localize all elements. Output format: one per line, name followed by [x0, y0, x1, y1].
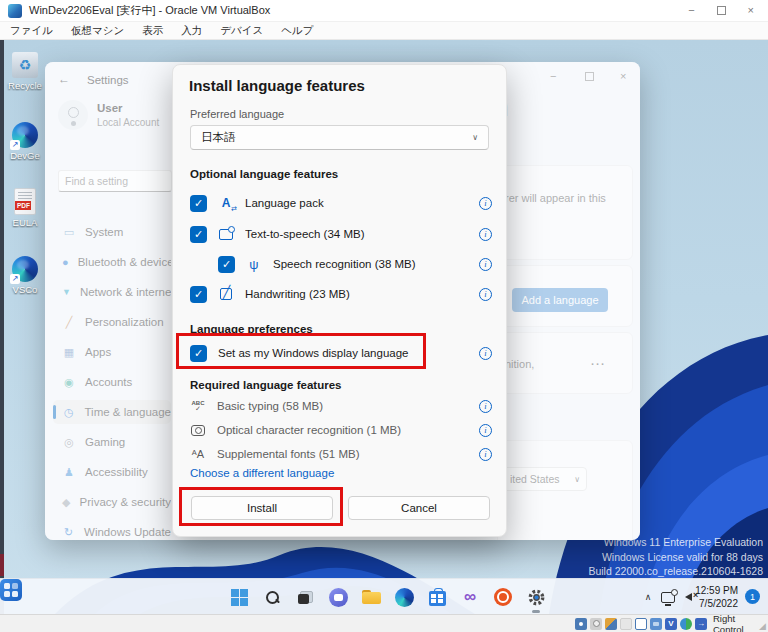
feature-row-basic-typing: Basic typing (58 MB) [190, 394, 492, 418]
menu-help[interactable]: ヘルプ [281, 24, 313, 38]
edge-button[interactable] [394, 587, 414, 607]
clock[interactable]: 12:59 PM 7/5/2022 [695, 584, 738, 610]
audio-status-icon[interactable] [605, 618, 617, 630]
features-status-icon[interactable] [665, 618, 677, 630]
feature-label: Handwriting (23 MB) [245, 288, 468, 300]
optional-features-header: Optional language features [190, 168, 338, 180]
hard-disk-status-icon[interactable] [575, 618, 587, 630]
menu-view[interactable]: 表示 [142, 24, 163, 38]
ocr-icon [191, 425, 205, 436]
annotation-highlight-display-language [176, 333, 426, 369]
choose-different-language-link[interactable]: Choose a different language [190, 467, 334, 479]
pdf-document-icon: PDF [14, 188, 36, 215]
preferred-language-label: Preferred language [190, 108, 284, 120]
info-icon[interactable] [479, 347, 492, 360]
preferred-language-value: 日本語 [201, 130, 236, 145]
settings-taskbar-button[interactable] [526, 587, 546, 607]
mouse-integration-status-icon[interactable] [695, 618, 707, 630]
file-explorer-button[interactable] [361, 587, 381, 607]
resize-grip[interactable]: ◢ [759, 621, 766, 631]
info-icon[interactable] [479, 448, 492, 461]
preferred-language-dropdown[interactable]: 日本語 ∨ [190, 125, 489, 150]
desktop-icon-vscode[interactable]: ↗ VSCo [2, 256, 48, 295]
feature-row-language-pack: Language pack [190, 191, 492, 215]
checkbox[interactable] [190, 226, 207, 243]
microphone-icon [246, 256, 262, 272]
chat-button[interactable] [328, 587, 348, 607]
feature-label: Optical character recognition (1 MB) [217, 424, 468, 436]
desktop-icon-eula[interactable]: PDF EULA [2, 188, 48, 228]
recycle-bin-icon [12, 52, 38, 78]
minimize-button[interactable]: − [688, 5, 694, 16]
vm-display: Windows 11 Enterprise Evaluation Windows… [0, 40, 768, 614]
supplemental-fonts-icon [190, 446, 206, 462]
edge-icon [395, 588, 414, 607]
windows-evaluation-watermark: Windows 11 Enterprise Evaluation Windows… [588, 535, 763, 579]
info-icon[interactable] [479, 288, 492, 301]
tray-network-button[interactable] [658, 587, 678, 607]
desktop-icon-label: Recycle [2, 80, 48, 91]
checkbox[interactable] [190, 286, 207, 303]
widgets-button[interactable] [0, 579, 22, 601]
clock-time: 12:59 PM [695, 584, 738, 597]
ubuntu-button[interactable] [493, 587, 513, 607]
info-icon[interactable] [479, 424, 492, 437]
cancel-button[interactable]: Cancel [348, 496, 490, 520]
menu-input[interactable]: 入力 [181, 24, 202, 38]
store-button[interactable] [427, 587, 447, 607]
microsoft-store-icon [429, 591, 446, 606]
dialog-title: Install language features [189, 77, 365, 94]
info-icon[interactable] [479, 197, 492, 210]
shortcut-arrow-icon: ↗ [10, 274, 20, 284]
active-app-indicator [532, 610, 540, 613]
desktop-icon-recycle-bin[interactable]: Recycle [2, 52, 48, 91]
handwriting-icon [220, 288, 232, 300]
visual-studio-button[interactable] [460, 587, 480, 607]
search-icon [266, 591, 278, 603]
text-to-speech-icon [219, 229, 233, 240]
seamless-status-icon[interactable] [680, 618, 692, 630]
notification-badge[interactable]: 1 [745, 589, 760, 604]
desktop-icon-label: DevGe [2, 150, 48, 161]
optical-disc-status-icon[interactable] [590, 618, 602, 630]
feature-label: Language pack [245, 197, 468, 209]
annotation-highlight-install-button [179, 487, 343, 526]
watermark-line: Build 22000.co_release.210604-1628 [588, 564, 763, 579]
shared-folders-status-icon[interactable] [650, 618, 662, 630]
info-icon[interactable] [479, 400, 492, 413]
virtualbox-logo-icon [8, 4, 22, 18]
usb-status-icon[interactable] [620, 618, 632, 630]
ubuntu-icon [494, 588, 512, 606]
partially-hidden-icon [0, 554, 4, 576]
document-lines [18, 192, 32, 200]
taskbar: 12:59 PM 7/5/2022 1 [0, 578, 768, 614]
menu-file[interactable]: ファイル [10, 24, 53, 38]
info-icon[interactable] [479, 228, 492, 241]
virtualbox-window: WinDev2206Eval [実行中] - Oracle VM Virtual… [0, 0, 768, 632]
start-button[interactable] [229, 587, 249, 607]
titlebar: WinDev2206Eval [実行中] - Oracle VM Virtual… [0, 0, 768, 22]
search-button[interactable] [262, 587, 282, 607]
checkbox[interactable] [190, 195, 207, 212]
desktop-icon-devge[interactable]: ↗ DevGe [2, 122, 48, 161]
folder-icon [362, 590, 381, 604]
feature-row-handwriting: Handwriting (23 MB) [190, 282, 492, 306]
task-view-button[interactable] [295, 587, 315, 607]
feature-row-speech-recognition: Speech recognition (38 MB) [190, 252, 492, 276]
maximize-button[interactable] [717, 6, 726, 15]
vscode-shortcut-icon: ↗ [12, 256, 38, 282]
vm-status-icons [575, 618, 707, 630]
feature-label: Basic typing (58 MB) [217, 400, 468, 412]
menu-devices[interactable]: デバイス [220, 24, 263, 38]
display-status-icon[interactable] [635, 618, 647, 630]
shortcut-arrow-icon: ↗ [10, 140, 20, 150]
menu-machine[interactable]: 仮想マシン [71, 24, 124, 38]
close-button[interactable]: × [748, 5, 754, 16]
window-title: WinDev2206Eval [実行中] - Oracle VM Virtual… [29, 3, 270, 18]
tray-expand-button[interactable] [638, 587, 658, 607]
feature-label: Text-to-speech (34 MB) [245, 228, 468, 240]
gear-icon [527, 588, 546, 607]
info-icon[interactable] [479, 258, 492, 271]
feature-row-supplemental-fonts: Supplemental fonts (51 MB) [190, 442, 492, 466]
checkbox[interactable] [218, 256, 235, 273]
